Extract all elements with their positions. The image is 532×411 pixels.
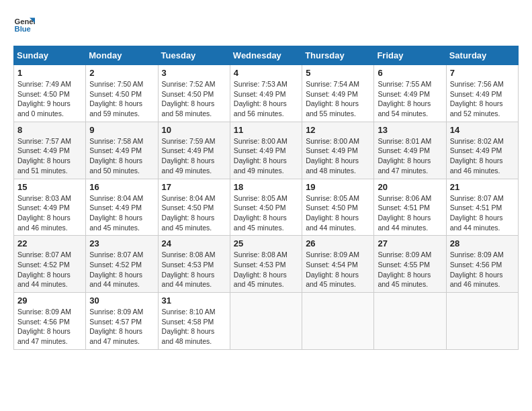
day-info: Sunrise: 8:08 AM Sunset: 4:53 PM Dayligh… bbox=[234, 250, 298, 289]
calendar-cell: 24Sunrise: 8:08 AM Sunset: 4:53 PM Dayli… bbox=[158, 236, 230, 293]
day-number: 31 bbox=[162, 295, 226, 306]
day-info: Sunrise: 7:50 AM Sunset: 4:50 PM Dayligh… bbox=[89, 79, 154, 119]
day-info: Sunrise: 7:59 AM Sunset: 4:49 PM Dayligh… bbox=[162, 136, 226, 176]
weekday-header-wednesday: Wednesday bbox=[230, 46, 302, 65]
weekday-header-tuesday: Tuesday bbox=[158, 46, 230, 65]
page-header: General Blue bbox=[13, 13, 519, 35]
day-info: Sunrise: 7:53 AM Sunset: 4:49 PM Dayligh… bbox=[234, 79, 298, 119]
day-info: Sunrise: 8:03 AM Sunset: 4:49 PM Dayligh… bbox=[17, 193, 82, 233]
day-number: 3 bbox=[162, 68, 226, 78]
calendar-cell: 11Sunrise: 8:00 AM Sunset: 4:49 PM Dayli… bbox=[230, 122, 302, 179]
calendar-cell: 22Sunrise: 8:07 AM Sunset: 4:52 PM Dayli… bbox=[14, 236, 86, 293]
day-info: Sunrise: 8:09 AM Sunset: 4:56 PM Dayligh… bbox=[17, 307, 82, 347]
calendar-header-row: SundayMondayTuesdayWednesdayThursdayFrid… bbox=[14, 46, 519, 65]
calendar-cell bbox=[446, 293, 518, 350]
day-info: Sunrise: 7:54 AM Sunset: 4:49 PM Dayligh… bbox=[306, 79, 370, 119]
day-info: Sunrise: 8:09 AM Sunset: 4:55 PM Dayligh… bbox=[378, 250, 442, 289]
svg-text:Blue: Blue bbox=[15, 25, 31, 33]
day-info: Sunrise: 7:58 AM Sunset: 4:49 PM Dayligh… bbox=[89, 136, 154, 176]
calendar-cell: 27Sunrise: 8:09 AM Sunset: 4:55 PM Dayli… bbox=[374, 236, 446, 293]
calendar-cell bbox=[230, 293, 302, 350]
day-number: 25 bbox=[234, 238, 298, 248]
calendar-cell: 15Sunrise: 8:03 AM Sunset: 4:49 PM Dayli… bbox=[14, 179, 86, 236]
day-info: Sunrise: 8:05 AM Sunset: 4:50 PM Dayligh… bbox=[306, 193, 370, 233]
day-info: Sunrise: 7:49 AM Sunset: 4:50 PM Dayligh… bbox=[17, 79, 82, 119]
calendar-cell: 5Sunrise: 7:54 AM Sunset: 4:49 PM Daylig… bbox=[302, 65, 374, 122]
calendar-body: 1Sunrise: 7:49 AM Sunset: 4:50 PM Daylig… bbox=[14, 65, 519, 350]
weekday-header-friday: Friday bbox=[374, 46, 446, 65]
day-number: 14 bbox=[450, 125, 515, 135]
day-info: Sunrise: 8:08 AM Sunset: 4:53 PM Dayligh… bbox=[162, 250, 226, 289]
calendar-cell: 26Sunrise: 8:09 AM Sunset: 4:54 PM Dayli… bbox=[302, 236, 374, 293]
calendar-table: SundayMondayTuesdayWednesdayThursdayFrid… bbox=[13, 46, 519, 350]
calendar-cell: 29Sunrise: 8:09 AM Sunset: 4:56 PM Dayli… bbox=[14, 293, 86, 350]
day-number: 6 bbox=[378, 68, 442, 78]
day-number: 7 bbox=[450, 68, 515, 78]
logo-icon: General Blue bbox=[13, 13, 35, 35]
calendar-cell: 30Sunrise: 8:09 AM Sunset: 4:57 PM Dayli… bbox=[86, 293, 158, 350]
calendar-cell: 23Sunrise: 8:07 AM Sunset: 4:52 PM Dayli… bbox=[86, 236, 158, 293]
day-number: 5 bbox=[306, 68, 370, 78]
day-number: 8 bbox=[17, 125, 82, 135]
calendar-week-3: 15Sunrise: 8:03 AM Sunset: 4:49 PM Dayli… bbox=[14, 179, 519, 236]
day-info: Sunrise: 7:55 AM Sunset: 4:49 PM Dayligh… bbox=[378, 79, 442, 119]
day-number: 11 bbox=[234, 125, 298, 135]
calendar-cell: 28Sunrise: 8:09 AM Sunset: 4:56 PM Dayli… bbox=[446, 236, 518, 293]
weekday-header-monday: Monday bbox=[86, 46, 158, 65]
day-info: Sunrise: 8:09 AM Sunset: 4:57 PM Dayligh… bbox=[89, 307, 154, 347]
day-info: Sunrise: 7:57 AM Sunset: 4:49 PM Dayligh… bbox=[17, 136, 82, 176]
day-info: Sunrise: 8:09 AM Sunset: 4:56 PM Dayligh… bbox=[450, 250, 515, 289]
day-number: 2 bbox=[89, 68, 154, 78]
calendar-cell: 17Sunrise: 8:04 AM Sunset: 4:50 PM Dayli… bbox=[158, 179, 230, 236]
day-number: 17 bbox=[162, 182, 226, 192]
day-info: Sunrise: 8:02 AM Sunset: 4:49 PM Dayligh… bbox=[450, 136, 515, 176]
day-number: 21 bbox=[450, 182, 515, 192]
day-info: Sunrise: 8:01 AM Sunset: 4:49 PM Dayligh… bbox=[378, 136, 442, 176]
calendar-cell: 12Sunrise: 8:00 AM Sunset: 4:49 PM Dayli… bbox=[302, 122, 374, 179]
day-info: Sunrise: 8:04 AM Sunset: 4:50 PM Dayligh… bbox=[162, 193, 226, 233]
calendar-cell: 2Sunrise: 7:50 AM Sunset: 4:50 PM Daylig… bbox=[86, 65, 158, 122]
day-number: 12 bbox=[306, 125, 370, 135]
day-info: Sunrise: 8:07 AM Sunset: 4:52 PM Dayligh… bbox=[89, 250, 154, 289]
day-number: 30 bbox=[89, 295, 154, 306]
calendar-cell: 7Sunrise: 7:56 AM Sunset: 4:49 PM Daylig… bbox=[446, 65, 518, 122]
day-number: 1 bbox=[17, 68, 82, 78]
weekday-header-sunday: Sunday bbox=[14, 46, 86, 65]
day-number: 4 bbox=[234, 68, 298, 78]
calendar-cell bbox=[302, 293, 374, 350]
day-info: Sunrise: 8:10 AM Sunset: 4:58 PM Dayligh… bbox=[162, 307, 226, 347]
day-number: 16 bbox=[89, 182, 154, 192]
calendar-cell: 3Sunrise: 7:52 AM Sunset: 4:50 PM Daylig… bbox=[158, 65, 230, 122]
calendar-cell: 21Sunrise: 8:07 AM Sunset: 4:51 PM Dayli… bbox=[446, 179, 518, 236]
day-number: 29 bbox=[17, 295, 82, 306]
day-number: 19 bbox=[306, 182, 370, 192]
calendar-cell: 8Sunrise: 7:57 AM Sunset: 4:49 PM Daylig… bbox=[14, 122, 86, 179]
calendar-cell: 18Sunrise: 8:05 AM Sunset: 4:50 PM Dayli… bbox=[230, 179, 302, 236]
day-number: 23 bbox=[89, 238, 154, 248]
calendar-cell: 6Sunrise: 7:55 AM Sunset: 4:49 PM Daylig… bbox=[374, 65, 446, 122]
day-info: Sunrise: 8:00 AM Sunset: 4:49 PM Dayligh… bbox=[234, 136, 298, 176]
calendar-cell: 10Sunrise: 7:59 AM Sunset: 4:49 PM Dayli… bbox=[158, 122, 230, 179]
calendar-week-4: 22Sunrise: 8:07 AM Sunset: 4:52 PM Dayli… bbox=[14, 236, 519, 293]
day-info: Sunrise: 8:05 AM Sunset: 4:50 PM Dayligh… bbox=[234, 193, 298, 233]
weekday-header-thursday: Thursday bbox=[302, 46, 374, 65]
day-number: 28 bbox=[450, 238, 515, 248]
logo: General Blue bbox=[13, 13, 35, 35]
calendar-week-5: 29Sunrise: 8:09 AM Sunset: 4:56 PM Dayli… bbox=[14, 293, 519, 350]
calendar-cell: 4Sunrise: 7:53 AM Sunset: 4:49 PM Daylig… bbox=[230, 65, 302, 122]
day-info: Sunrise: 7:56 AM Sunset: 4:49 PM Dayligh… bbox=[450, 79, 515, 119]
calendar-cell: 9Sunrise: 7:58 AM Sunset: 4:49 PM Daylig… bbox=[86, 122, 158, 179]
day-number: 20 bbox=[378, 182, 442, 192]
weekday-header-saturday: Saturday bbox=[446, 46, 518, 65]
calendar-week-2: 8Sunrise: 7:57 AM Sunset: 4:49 PM Daylig… bbox=[14, 122, 519, 179]
day-number: 27 bbox=[378, 238, 442, 248]
day-number: 22 bbox=[17, 238, 82, 248]
day-info: Sunrise: 8:07 AM Sunset: 4:52 PM Dayligh… bbox=[17, 250, 82, 289]
day-info: Sunrise: 8:04 AM Sunset: 4:49 PM Dayligh… bbox=[89, 193, 154, 233]
calendar-cell: 19Sunrise: 8:05 AM Sunset: 4:50 PM Dayli… bbox=[302, 179, 374, 236]
calendar-cell: 16Sunrise: 8:04 AM Sunset: 4:49 PM Dayli… bbox=[86, 179, 158, 236]
calendar-cell bbox=[374, 293, 446, 350]
calendar-week-1: 1Sunrise: 7:49 AM Sunset: 4:50 PM Daylig… bbox=[14, 65, 519, 122]
calendar-cell: 13Sunrise: 8:01 AM Sunset: 4:49 PM Dayli… bbox=[374, 122, 446, 179]
day-info: Sunrise: 8:09 AM Sunset: 4:54 PM Dayligh… bbox=[306, 250, 370, 289]
